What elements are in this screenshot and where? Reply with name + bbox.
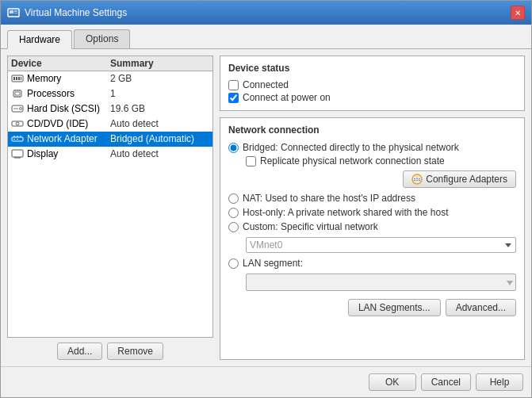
processors-name: Processors xyxy=(27,88,75,99)
bridged-label: Bridged: Connected directly to the physi… xyxy=(243,142,459,153)
connected-row: Connected xyxy=(228,78,516,91)
tab-hardware[interactable]: Hardware xyxy=(7,30,72,49)
device-row-harddisk[interactable]: Hard Disk (SCSI) 19.6 GB xyxy=(8,101,212,117)
device-row-memory[interactable]: Memory 2 GB xyxy=(8,71,212,86)
host-only-radio[interactable] xyxy=(228,208,239,218)
nat-label: NAT: Used to share the host's IP address xyxy=(243,193,415,204)
cancel-button[interactable]: Cancel xyxy=(421,373,471,391)
svg-point-22 xyxy=(17,124,18,124)
network-summary: Bridged (Automatic) xyxy=(110,133,209,144)
device-row-cdvdv[interactable]: CD/DVD (IDE) Auto detect xyxy=(8,117,212,132)
svg-rect-36 xyxy=(416,178,418,179)
configure-adapters-row: Configure Adapters xyxy=(228,170,516,188)
remove-button[interactable]: Remove xyxy=(107,343,163,360)
svg-rect-3 xyxy=(14,13,17,13)
svg-rect-38 xyxy=(414,180,415,181)
tab-options[interactable]: Options xyxy=(74,29,130,48)
memory-name: Memory xyxy=(27,73,61,84)
svg-rect-28 xyxy=(17,139,18,140)
display-icon xyxy=(11,149,24,159)
svg-rect-2 xyxy=(14,10,17,12)
window: Virtual Machine Settings ✕ Hardware Opti… xyxy=(0,0,532,398)
configure-adapters-icon xyxy=(411,174,423,185)
window-icon xyxy=(7,6,20,19)
network-connection-section: Network connection Bridged: Connected di… xyxy=(220,117,525,360)
vmnet-dropdown-row: VMnet0 xyxy=(246,237,516,253)
display-summary: Auto detect xyxy=(110,148,209,159)
add-button[interactable]: Add... xyxy=(57,343,102,360)
configure-adapters-button[interactable]: Configure Adapters xyxy=(403,170,516,188)
replicate-configure-row: Replicate physical network connection st… xyxy=(228,155,516,167)
lan-label: LAN segment: xyxy=(243,258,303,269)
svg-rect-6 xyxy=(16,77,17,80)
svg-rect-9 xyxy=(13,90,21,97)
device-row-display[interactable]: Display Auto detect xyxy=(8,147,212,162)
network-name: Network Adapter xyxy=(27,133,98,144)
window-title: Virtual Machine Settings xyxy=(25,7,127,18)
custom-radio[interactable] xyxy=(228,222,239,232)
col-summary: Summary xyxy=(110,58,209,69)
lan-dropdown-arrow xyxy=(507,277,513,288)
svg-point-18 xyxy=(20,108,22,110)
replicate-checkbox[interactable] xyxy=(246,156,256,166)
vmnet-dropdown[interactable]: VMnet0 xyxy=(246,237,516,253)
lan-input-row xyxy=(246,274,516,291)
svg-point-34 xyxy=(416,176,418,178)
device-list-header: Device Summary xyxy=(8,56,212,71)
device-status-section: Device status Connected Connect at power… xyxy=(220,55,525,111)
device-row-network[interactable]: Network Adapter Bridged (Automatic) xyxy=(8,132,212,147)
device-status-title: Device status xyxy=(228,63,516,74)
title-bar: Virtual Machine Settings ✕ xyxy=(1,1,531,25)
device-row-processors[interactable]: Processors 1 xyxy=(8,86,212,101)
bridged-radio[interactable] xyxy=(228,143,239,153)
cpu-icon xyxy=(11,89,24,98)
svg-rect-10 xyxy=(15,92,20,95)
cdvdv-summary: Auto detect xyxy=(110,118,209,129)
memory-icon xyxy=(11,74,24,83)
harddisk-name: Hard Disk (SCSI) xyxy=(27,103,100,114)
nat-row: NAT: Used to share the host's IP address xyxy=(228,191,516,205)
network-connection-title: Network connection xyxy=(228,124,516,136)
bridged-row: Bridged: Connected directly to the physi… xyxy=(228,140,516,155)
configure-adapters-label: Configure Adapters xyxy=(426,174,507,185)
lan-row: LAN segment: xyxy=(228,256,516,270)
svg-rect-35 xyxy=(414,178,415,179)
device-list: Device Summary Memory xyxy=(7,55,213,338)
right-panel: Device status Connected Connect at power… xyxy=(220,55,525,360)
processors-summary: 1 xyxy=(110,88,209,99)
svg-rect-29 xyxy=(12,150,23,157)
connect-at-power-on-row: Connect at power on xyxy=(228,91,516,104)
lan-segments-button[interactable]: LAN Segments... xyxy=(348,299,441,316)
svg-rect-8 xyxy=(21,77,21,80)
lan-radio[interactable] xyxy=(228,258,239,269)
host-only-row: Host-only: A private network shared with… xyxy=(228,205,516,220)
nat-radio[interactable] xyxy=(228,193,239,204)
footer: OK Cancel Help xyxy=(1,366,531,397)
svg-rect-7 xyxy=(18,77,20,80)
connected-checkbox[interactable] xyxy=(228,80,239,90)
svg-rect-40 xyxy=(419,180,420,181)
ok-button[interactable]: OK xyxy=(369,373,416,391)
advanced-button[interactable]: Advanced... xyxy=(446,299,516,316)
connect-at-power-on-checkbox[interactable] xyxy=(228,93,239,103)
connected-label: Connected xyxy=(243,79,289,90)
svg-rect-1 xyxy=(10,10,13,13)
cdrom-icon xyxy=(11,119,24,128)
svg-rect-37 xyxy=(419,178,420,179)
help-button[interactable]: Help xyxy=(476,373,523,391)
lan-segment-input[interactable] xyxy=(246,274,516,291)
nic-icon xyxy=(11,134,24,144)
replicate-row: Replicate physical network connection st… xyxy=(246,155,445,167)
replicate-label: Replicate physical network connection st… xyxy=(260,155,445,166)
tabs-bar: Hardware Options xyxy=(1,25,531,49)
svg-rect-27 xyxy=(13,139,15,140)
connect-at-power-on-label: Connect at power on xyxy=(243,92,331,103)
harddisk-icon xyxy=(11,104,24,113)
custom-row: Custom: Specific virtual network xyxy=(228,220,516,234)
close-button[interactable]: ✕ xyxy=(511,6,525,20)
bottom-right-buttons: LAN Segments... Advanced... xyxy=(228,299,516,316)
col-device: Device xyxy=(11,58,110,69)
title-bar-title: Virtual Machine Settings xyxy=(7,6,127,19)
host-only-label: Host-only: A private network shared with… xyxy=(243,207,448,218)
main-content: Device Summary Memory xyxy=(1,49,531,366)
